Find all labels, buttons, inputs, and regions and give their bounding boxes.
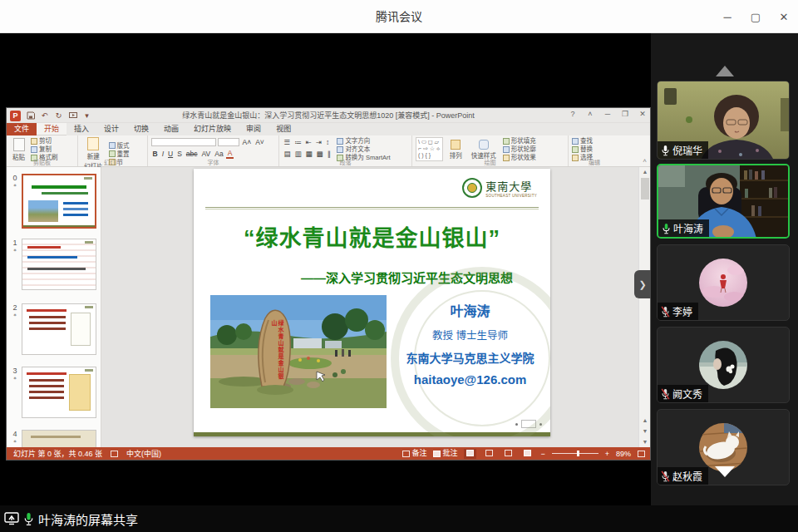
tab-review[interactable]: 审阅 (239, 123, 268, 135)
tab-animations[interactable]: 动画 (156, 123, 186, 135)
ppt-restore-icon[interactable]: ❐ (620, 110, 630, 118)
indent-increase-button[interactable]: ⇥ (314, 138, 323, 146)
undo-icon[interactable]: ↶ (40, 111, 49, 121)
zoom-in-button[interactable]: + (605, 450, 609, 458)
normal-view-button[interactable] (464, 449, 476, 459)
slide-thumbnail-1[interactable] (22, 174, 96, 229)
slide-thumbnail-5[interactable] (22, 430, 96, 447)
sidebar-collapse-handle[interactable]: ❯ (634, 270, 651, 298)
columns-button[interactable]: ∥ (326, 150, 332, 158)
group-label-font: 字体 (148, 158, 278, 166)
stone-inscription: 绿水青山就是金山银山 (270, 320, 283, 385)
slide-editor-canvas[interactable]: 東南大學 SOUTHEAST UNIVERSITY “绿水青山就是金山银山” —… (101, 167, 638, 447)
scroll-up-icon[interactable]: ▲ (639, 167, 651, 177)
comments-button[interactable]: 批注 (433, 450, 457, 457)
close-button[interactable]: ✕ (770, 0, 798, 33)
next-slide-icon[interactable]: ▼ (639, 426, 651, 436)
maximize-button[interactable]: ▢ (741, 0, 770, 33)
participant-tile-3[interactable]: 李婷 (657, 244, 790, 321)
reading-view-button[interactable] (502, 449, 515, 459)
slide-thumbnail-panel[interactable]: 0✶ 1✶ 2✶ (7, 167, 101, 447)
scroll-participants-up-icon[interactable] (716, 66, 734, 76)
tab-view[interactable]: 视图 (268, 123, 298, 135)
zoom-slider-knob[interactable] (577, 451, 579, 456)
scrollbar-thumb[interactable] (641, 178, 649, 200)
tab-file[interactable]: 文件 (7, 123, 37, 135)
font-size-select[interactable] (218, 138, 239, 146)
quick-styles-icon (479, 140, 489, 150)
grow-font-button[interactable]: A˄ (241, 138, 253, 146)
collapse-ribbon-icon[interactable]: ˄ (643, 157, 647, 165)
font-name-select[interactable] (151, 138, 216, 146)
language-indicator[interactable]: 中文(中国) (126, 448, 161, 459)
slide-thumbnail-2[interactable] (22, 239, 96, 290)
redo-icon[interactable]: ↻ (54, 111, 63, 121)
align-left-button[interactable]: ▤ (283, 150, 292, 158)
cut-button[interactable]: 剪切 (31, 137, 58, 145)
layout-button[interactable]: 版式 (109, 142, 130, 150)
find-button[interactable]: 查找 (572, 137, 617, 145)
slideshow-view-button[interactable] (521, 449, 534, 459)
reading-view-icon (505, 450, 512, 456)
change-case-button[interactable]: Aa (214, 150, 224, 158)
bullets-button[interactable]: ☰ (283, 138, 292, 146)
replace-button[interactable]: 替换 (572, 145, 617, 153)
align-right-button[interactable]: ▦ (304, 150, 313, 158)
share-banner-text: 叶海涛的屏幕共享 (38, 510, 138, 528)
shape-outline-button[interactable]: 形状轮廓 (503, 145, 536, 153)
ppt-minimize-icon[interactable]: ─ (603, 110, 613, 118)
zoom-slider[interactable] (552, 453, 598, 454)
ribbon-options-icon[interactable]: ˄ (585, 110, 595, 118)
current-slide[interactable]: 東南大學 SOUTHEAST UNIVERSITY “绿水青山就是金山银山” —… (194, 169, 550, 436)
shrink-font-button[interactable]: A˅ (254, 138, 266, 146)
numbering-button[interactable]: ≔ (293, 138, 303, 146)
underline-button[interactable]: U (167, 150, 175, 158)
ppt-help-icon[interactable]: ? (568, 110, 578, 118)
participant-tile-1[interactable]: 倪瑞华 (657, 81, 790, 160)
reset-button[interactable]: 重置 (109, 150, 130, 158)
save-icon[interactable] (26, 111, 35, 121)
scroll-participants-down-icon[interactable] (715, 466, 735, 477)
minimize-icon: ─ (723, 11, 731, 23)
previous-slide-icon[interactable]: ▲ (639, 416, 651, 426)
share-banner: 叶海涛的屏幕共享 (0, 505, 798, 532)
tab-slideshow[interactable]: 幻灯片放映 (186, 123, 239, 135)
scroll-down-icon[interactable]: ▼ (639, 437, 651, 447)
ppt-close-icon[interactable]: ✕ (638, 110, 648, 118)
slide-thumbnail-4[interactable] (22, 367, 96, 418)
group-label-slides: 幻灯片 (78, 158, 147, 166)
slide-thumbnail-3[interactable] (22, 303, 96, 355)
copy-button[interactable]: 复制 (31, 145, 58, 153)
participant-tile-4[interactable]: 阙文秀 (657, 327, 790, 403)
participant-name-label: 李婷 (658, 303, 698, 320)
shape-fill-button[interactable]: 形状填充 (503, 137, 536, 145)
animation-star-icon: ✶ (10, 247, 20, 253)
strikethrough-button[interactable]: abc (185, 150, 199, 158)
slide-sorter-view-button[interactable] (483, 449, 495, 459)
align-text-button[interactable]: 对齐文本 (337, 145, 390, 153)
slideshow-icon[interactable] (68, 111, 77, 121)
text-direction-button[interactable]: 文字方向 (337, 137, 390, 145)
tab-design[interactable]: 设计 (96, 123, 126, 135)
indent-decrease-button[interactable]: ⇤ (304, 138, 313, 146)
tab-home[interactable]: 开始 (37, 123, 66, 135)
new-slide-icon (87, 137, 99, 150)
align-center-button[interactable]: ▥ (293, 150, 303, 158)
tab-transitions[interactable]: 切换 (126, 123, 156, 135)
fit-to-window-icon[interactable] (638, 451, 645, 457)
tab-insert[interactable]: 插入 (66, 123, 96, 135)
editor-scrollbar[interactable]: ▲ ▲ ▼ ▼ (638, 167, 650, 447)
line-spacing-button[interactable]: ↕ (324, 138, 330, 146)
char-spacing-button[interactable]: AV (200, 150, 212, 158)
minimize-button[interactable]: ─ (713, 0, 741, 33)
bold-button[interactable]: B (151, 150, 159, 158)
text-shadow-button[interactable]: S (176, 150, 184, 158)
zoom-out-button[interactable]: − (540, 450, 544, 458)
notes-button[interactable]: 备注 (402, 450, 426, 457)
spellcheck-icon[interactable] (111, 451, 118, 457)
justify-button[interactable]: ▩ (315, 150, 324, 158)
italic-button[interactable]: I (160, 150, 165, 158)
qat-dropdown-icon[interactable]: ▾ (82, 111, 91, 121)
participant-tile-2[interactable]: 叶海涛 (657, 164, 790, 239)
zoom-level[interactable]: 89% (616, 450, 631, 458)
